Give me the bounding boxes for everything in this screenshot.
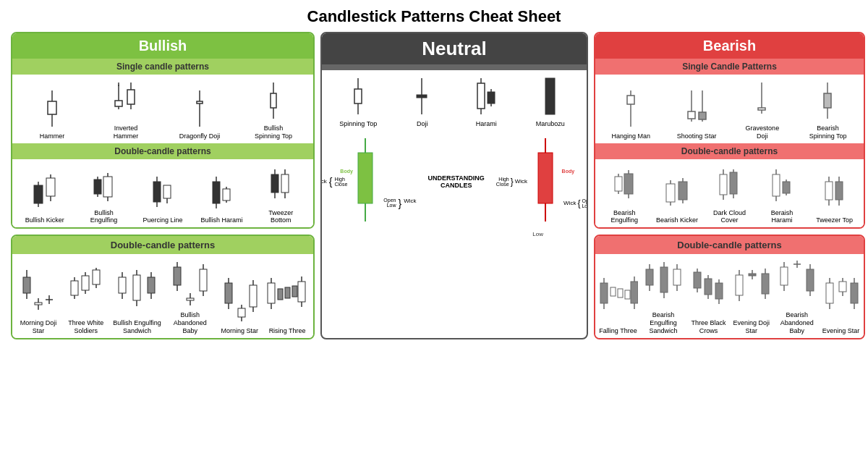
bullish-bottom-patterns: Morning Doji Star Three	[12, 254, 313, 337]
pattern-dark-cloud-cover: Dark Cloud Cover	[707, 164, 751, 225]
neutral-header: Neutral	[322, 33, 587, 64]
understanding-text: UNDERSTANDING CANDLES	[428, 174, 485, 189]
pattern-bearish-spinning: Bearish Spinning Top	[807, 79, 850, 140]
pattern-tweezer-top: Tweezer Top	[813, 171, 856, 224]
pattern-inverted-hammer-label: Inverted Hammer	[104, 124, 148, 140]
pattern-three-white-soldiers-label: Three White Soldiers	[63, 319, 109, 335]
svg-rect-176	[646, 269, 653, 285]
svg-rect-125	[82, 276, 89, 290]
svg-rect-5	[115, 101, 122, 106]
svg-rect-33	[163, 185, 171, 198]
bullish-header: Bullish	[12, 33, 313, 59]
pattern-three-black-crows: Three Black Crows	[689, 266, 728, 335]
bullish-bottom-header: Double-candle patterns	[12, 236, 313, 254]
bullish-single-section: Single candle patterns Hammer	[12, 59, 313, 143]
svg-rect-117	[35, 303, 42, 305]
pattern-bullish-harami: Bullish Harami	[200, 171, 244, 224]
svg-rect-99	[730, 172, 737, 194]
pattern-bullish-spinning-label: Bullish Spinning Top	[252, 124, 295, 140]
bearish-candle-labels-left: High Close } Wick	[496, 177, 527, 187]
main-grid: Bullish Single candle patterns	[11, 32, 857, 339]
svg-rect-9	[127, 90, 135, 104]
svg-rect-12	[197, 101, 203, 104]
pattern-evening-doji-star-label: Evening Doji Star	[730, 319, 773, 335]
bullish-top-card: Bullish Single candle patterns	[11, 32, 315, 229]
pattern-falling-three-label: Falling Three	[599, 327, 637, 335]
pattern-dragonfly: Dragonfly Doji	[178, 87, 221, 140]
svg-rect-155	[250, 285, 257, 307]
bearish-top-card: Bearish Single Candle Patterns Hanging M…	[594, 32, 865, 229]
wick-label-bottom: Wick	[404, 198, 416, 209]
bullish-double-patterns: Bullish Kicker Bullish Engulfing	[12, 159, 313, 228]
wick-label-top: Wick	[320, 178, 327, 185]
pattern-rising-three-label: Rising Three	[269, 327, 306, 335]
svg-rect-92	[678, 182, 687, 200]
svg-rect-219	[851, 283, 858, 303]
pattern-dark-cloud-cover-label: Dark Cloud Cover	[707, 209, 751, 225]
bullish-candle-diagram: Wick { High Close	[320, 176, 347, 187]
svg-rect-170	[618, 289, 623, 297]
svg-rect-137	[148, 277, 155, 293]
neutral-patterns: Spinning Top Doji	[322, 70, 587, 132]
pattern-bearish-harami: Beraish Harami	[760, 164, 804, 225]
bullish-bottom-card: Double-candle patterns	[11, 235, 315, 339]
svg-rect-169	[610, 287, 616, 296]
svg-rect-210	[807, 269, 814, 291]
svg-rect-105	[783, 182, 790, 193]
svg-rect-194	[736, 275, 743, 295]
pattern-bearish-kicker-label: Bearish Kicker	[656, 216, 698, 224]
svg-rect-167	[600, 283, 608, 303]
svg-rect-173	[631, 282, 638, 303]
page: Candlestick Patterns Cheat Sheet Bullish…	[0, 0, 868, 456]
bullish-candle-visual: Body	[354, 138, 376, 225]
bearish-header: Bearish	[595, 33, 864, 59]
pattern-bearish-spinning-label: Bearish Spinning Top	[807, 124, 850, 140]
bullish-double-header: Double-candle patterns	[12, 143, 313, 159]
svg-rect-61	[358, 153, 373, 203]
pattern-evening-star-label: Evening Star	[822, 327, 860, 335]
svg-rect-201	[762, 274, 769, 294]
bearish-bottom-patterns: Falling Three Bearish En	[595, 254, 864, 337]
svg-rect-191	[715, 283, 723, 299]
svg-rect-162	[292, 286, 297, 297]
svg-rect-131	[119, 277, 126, 293]
svg-rect-213	[826, 283, 833, 303]
pattern-tweezer-bottom: Tweezer Bottom	[259, 164, 302, 225]
svg-rect-152	[238, 308, 245, 317]
pattern-bullish-engulfing: Bullish Engulfing	[82, 164, 125, 225]
body-label-bullish: Body	[340, 169, 353, 174]
pattern-bearish-engulfing-sandwich-label: Bearish Engulfing Sandwich	[639, 311, 687, 334]
pattern-morning-doji-star: Morning Doji Star	[15, 266, 61, 335]
svg-rect-179	[660, 267, 668, 292]
pattern-bearish-engulfing: Bearish Engulfing	[603, 164, 646, 225]
svg-rect-42	[271, 174, 278, 193]
svg-rect-122	[71, 281, 78, 295]
bearish-single-patterns: Hanging Man	[595, 75, 864, 143]
page-title: Candlestick Patterns Cheat Sheet	[11, 7, 857, 26]
pattern-marubozu: Marubozu	[529, 75, 572, 128]
pattern-spinning-top: Spinning Top	[336, 75, 380, 128]
pattern-bearish-abandoned-baby-label: Bearish Abandoned Baby	[775, 311, 820, 334]
pattern-morning-doji-star-label: Morning Doji Star	[15, 319, 61, 335]
pattern-shooting-star: Shooting Star	[675, 87, 718, 140]
neutral-single-header	[322, 64, 587, 70]
svg-rect-45	[281, 174, 289, 193]
pattern-evening-doji-star: Evening Doji Star	[730, 266, 773, 335]
bearish-single-header: Single Candle Patterns	[595, 59, 864, 75]
svg-rect-89	[666, 184, 675, 202]
pattern-bullish-engulfing-sandwich: Bullish Engulfing Sandwich	[111, 266, 164, 335]
bearish-double-header: Double-candle patterns	[595, 143, 864, 159]
pattern-morning-star-label: Morning Star	[221, 327, 258, 335]
svg-rect-20	[46, 178, 55, 196]
pattern-tweezer-top-label: Tweezer Top	[816, 216, 853, 224]
pattern-harami: Harami	[464, 75, 508, 128]
pattern-bearish-abandoned-baby: Bearish Abandoned Baby	[775, 258, 820, 334]
svg-rect-59	[545, 78, 555, 114]
svg-rect-108	[825, 182, 833, 200]
svg-rect-102	[773, 174, 780, 196]
svg-rect-51	[417, 95, 427, 98]
pattern-inverted-hammer: Inverted Hammer	[104, 79, 148, 140]
pattern-hammer-label: Hammer	[40, 132, 65, 140]
pattern-rising-three: Rising Three	[264, 274, 310, 335]
svg-rect-70	[688, 111, 695, 119]
